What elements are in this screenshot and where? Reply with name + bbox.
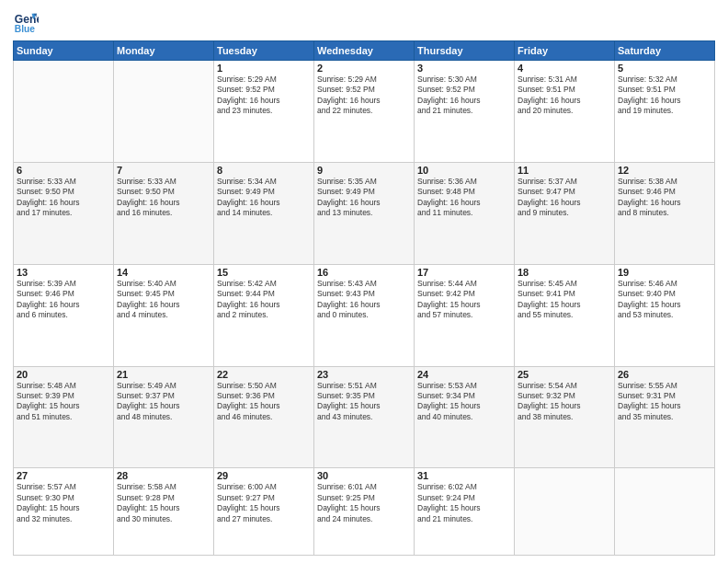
day-number: 2 xyxy=(317,63,411,74)
day-info: Sunrise: 5:29 AM Sunset: 9:52 PM Dayligh… xyxy=(317,75,411,117)
weekday-monday: Monday xyxy=(114,41,214,61)
day-info: Sunrise: 5:48 AM Sunset: 9:39 PM Dayligh… xyxy=(17,381,110,423)
day-number: 19 xyxy=(618,267,711,278)
weekday-thursday: Thursday xyxy=(415,41,515,61)
day-number: 22 xyxy=(217,369,311,380)
day-info: Sunrise: 5:50 AM Sunset: 9:36 PM Dayligh… xyxy=(217,381,311,423)
calendar-cell: 6Sunrise: 5:33 AM Sunset: 9:50 PM Daylig… xyxy=(14,162,114,264)
calendar-cell xyxy=(114,61,214,163)
calendar-cell xyxy=(515,468,615,556)
calendar-cell: 24Sunrise: 5:53 AM Sunset: 9:34 PM Dayli… xyxy=(415,366,515,468)
calendar-cell xyxy=(14,61,114,163)
day-info: Sunrise: 5:30 AM Sunset: 9:52 PM Dayligh… xyxy=(417,75,511,117)
weekday-sunday: Sunday xyxy=(14,41,114,61)
day-number: 25 xyxy=(518,369,611,380)
calendar-cell: 26Sunrise: 5:55 AM Sunset: 9:31 PM Dayli… xyxy=(615,366,715,468)
day-info: Sunrise: 5:36 AM Sunset: 9:48 PM Dayligh… xyxy=(417,177,511,219)
calendar-cell: 1Sunrise: 5:29 AM Sunset: 9:52 PM Daylig… xyxy=(214,61,314,163)
calendar-cell xyxy=(615,468,715,556)
day-info: Sunrise: 5:44 AM Sunset: 9:42 PM Dayligh… xyxy=(417,279,511,321)
calendar-cell: 11Sunrise: 5:37 AM Sunset: 9:47 PM Dayli… xyxy=(515,162,615,264)
day-number: 26 xyxy=(618,369,711,380)
weekday-friday: Friday xyxy=(515,41,615,61)
day-number: 18 xyxy=(518,267,611,278)
day-number: 7 xyxy=(117,165,210,176)
day-number: 13 xyxy=(17,267,110,278)
day-number: 3 xyxy=(417,63,511,74)
day-number: 4 xyxy=(518,63,611,74)
day-number: 11 xyxy=(518,165,611,176)
day-number: 17 xyxy=(417,267,511,278)
day-number: 10 xyxy=(417,165,511,176)
day-number: 6 xyxy=(17,165,110,176)
calendar-cell: 2Sunrise: 5:29 AM Sunset: 9:52 PM Daylig… xyxy=(314,61,415,163)
day-info: Sunrise: 5:57 AM Sunset: 9:30 PM Dayligh… xyxy=(17,482,110,524)
day-number: 30 xyxy=(317,470,411,481)
calendar-cell: 10Sunrise: 5:36 AM Sunset: 9:48 PM Dayli… xyxy=(415,162,515,264)
day-info: Sunrise: 5:34 AM Sunset: 9:49 PM Dayligh… xyxy=(217,177,311,219)
day-info: Sunrise: 6:01 AM Sunset: 9:25 PM Dayligh… xyxy=(317,482,411,524)
calendar-cell: 18Sunrise: 5:45 AM Sunset: 9:41 PM Dayli… xyxy=(515,264,615,366)
day-number: 20 xyxy=(17,369,110,380)
day-info: Sunrise: 5:40 AM Sunset: 9:45 PM Dayligh… xyxy=(117,279,210,321)
day-number: 12 xyxy=(618,165,711,176)
week-row-1: 1Sunrise: 5:29 AM Sunset: 9:52 PM Daylig… xyxy=(14,61,715,163)
calendar-cell: 19Sunrise: 5:46 AM Sunset: 9:40 PM Dayli… xyxy=(615,264,715,366)
day-number: 27 xyxy=(17,470,110,481)
weekday-header-row: SundayMondayTuesdayWednesdayThursdayFrid… xyxy=(14,41,715,61)
day-number: 31 xyxy=(417,470,511,481)
week-row-2: 6Sunrise: 5:33 AM Sunset: 9:50 PM Daylig… xyxy=(14,162,715,264)
day-info: Sunrise: 5:51 AM Sunset: 9:35 PM Dayligh… xyxy=(317,381,411,423)
logo: General Blue xyxy=(13,9,42,35)
day-number: 14 xyxy=(117,267,210,278)
weekday-tuesday: Tuesday xyxy=(214,41,314,61)
day-info: Sunrise: 5:32 AM Sunset: 9:51 PM Dayligh… xyxy=(618,75,711,117)
calendar-cell: 20Sunrise: 5:48 AM Sunset: 9:39 PM Dayli… xyxy=(14,366,114,468)
day-info: Sunrise: 5:58 AM Sunset: 9:28 PM Dayligh… xyxy=(117,482,210,524)
calendar-cell: 5Sunrise: 5:32 AM Sunset: 9:51 PM Daylig… xyxy=(615,61,715,163)
day-info: Sunrise: 5:33 AM Sunset: 9:50 PM Dayligh… xyxy=(117,177,210,219)
calendar-table: SundayMondayTuesdayWednesdayThursdayFrid… xyxy=(13,40,715,556)
day-number: 23 xyxy=(317,369,411,380)
calendar-cell: 16Sunrise: 5:43 AM Sunset: 9:43 PM Dayli… xyxy=(314,264,415,366)
day-number: 16 xyxy=(317,267,411,278)
day-info: Sunrise: 5:38 AM Sunset: 9:46 PM Dayligh… xyxy=(618,177,711,219)
day-info: Sunrise: 5:45 AM Sunset: 9:41 PM Dayligh… xyxy=(518,279,611,321)
calendar-cell: 25Sunrise: 5:54 AM Sunset: 9:32 PM Dayli… xyxy=(515,366,615,468)
day-info: Sunrise: 5:53 AM Sunset: 9:34 PM Dayligh… xyxy=(417,381,511,423)
calendar-cell: 3Sunrise: 5:30 AM Sunset: 9:52 PM Daylig… xyxy=(415,61,515,163)
week-row-4: 20Sunrise: 5:48 AM Sunset: 9:39 PM Dayli… xyxy=(14,366,715,468)
day-info: Sunrise: 5:54 AM Sunset: 9:32 PM Dayligh… xyxy=(518,381,611,423)
calendar-cell: 13Sunrise: 5:39 AM Sunset: 9:46 PM Dayli… xyxy=(14,264,114,366)
day-info: Sunrise: 6:00 AM Sunset: 9:27 PM Dayligh… xyxy=(217,482,311,524)
day-info: Sunrise: 5:55 AM Sunset: 9:31 PM Dayligh… xyxy=(618,381,711,423)
calendar-cell: 12Sunrise: 5:38 AM Sunset: 9:46 PM Dayli… xyxy=(615,162,715,264)
day-number: 24 xyxy=(417,369,511,380)
day-info: Sunrise: 5:35 AM Sunset: 9:49 PM Dayligh… xyxy=(317,177,411,219)
calendar-cell: 30Sunrise: 6:01 AM Sunset: 9:25 PM Dayli… xyxy=(314,468,415,556)
day-info: Sunrise: 5:43 AM Sunset: 9:43 PM Dayligh… xyxy=(317,279,411,321)
day-info: Sunrise: 5:46 AM Sunset: 9:40 PM Dayligh… xyxy=(618,279,711,321)
day-info: Sunrise: 5:49 AM Sunset: 9:37 PM Dayligh… xyxy=(117,381,210,423)
day-number: 21 xyxy=(117,369,210,380)
week-row-3: 13Sunrise: 5:39 AM Sunset: 9:46 PM Dayli… xyxy=(14,264,715,366)
calendar-cell: 27Sunrise: 5:57 AM Sunset: 9:30 PM Dayli… xyxy=(14,468,114,556)
day-info: Sunrise: 5:39 AM Sunset: 9:46 PM Dayligh… xyxy=(17,279,110,321)
calendar-cell: 7Sunrise: 5:33 AM Sunset: 9:50 PM Daylig… xyxy=(114,162,214,264)
day-info: Sunrise: 5:33 AM Sunset: 9:50 PM Dayligh… xyxy=(17,177,110,219)
calendar-cell: 8Sunrise: 5:34 AM Sunset: 9:49 PM Daylig… xyxy=(214,162,314,264)
day-number: 29 xyxy=(217,470,311,481)
page-header: General Blue xyxy=(13,9,715,35)
calendar-cell: 17Sunrise: 5:44 AM Sunset: 9:42 PM Dayli… xyxy=(415,264,515,366)
day-info: Sunrise: 5:31 AM Sunset: 9:51 PM Dayligh… xyxy=(518,75,611,117)
day-number: 8 xyxy=(217,165,311,176)
weekday-saturday: Saturday xyxy=(615,41,715,61)
day-number: 5 xyxy=(618,63,711,74)
calendar-cell: 4Sunrise: 5:31 AM Sunset: 9:51 PM Daylig… xyxy=(515,61,615,163)
week-row-5: 27Sunrise: 5:57 AM Sunset: 9:30 PM Dayli… xyxy=(14,468,715,556)
day-info: Sunrise: 5:29 AM Sunset: 9:52 PM Dayligh… xyxy=(217,75,311,117)
weekday-wednesday: Wednesday xyxy=(314,41,415,61)
day-info: Sunrise: 5:42 AM Sunset: 9:44 PM Dayligh… xyxy=(217,279,311,321)
day-info: Sunrise: 5:37 AM Sunset: 9:47 PM Dayligh… xyxy=(518,177,611,219)
day-number: 9 xyxy=(317,165,411,176)
